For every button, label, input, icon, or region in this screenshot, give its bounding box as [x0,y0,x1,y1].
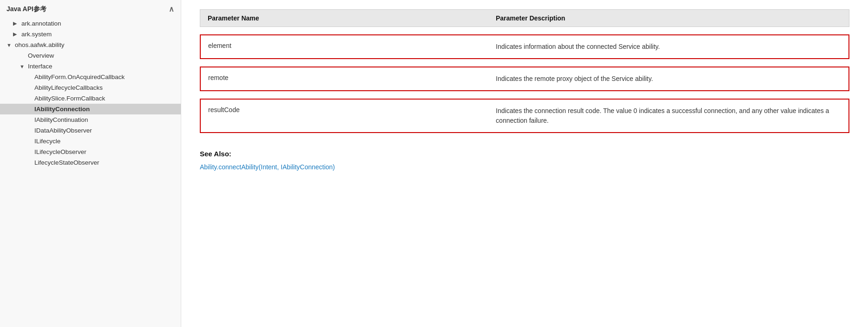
param-desc-resultcode-row: Indicates the connection result code. Th… [496,106,841,126]
sidebar-item-label-iabilityconnection: IAbilityConnection [34,106,90,113]
sidebar-collapse-btn[interactable]: ∧ [169,5,174,13]
table-header-name: Parameter Name [208,14,496,22]
table-row-element-row: elementIndicates information about the c… [200,34,849,59]
arrow-icon-ark-annotation: ▶ [13,20,19,27]
sidebar-item-ark-system[interactable]: ▶ark.system [0,29,181,40]
sidebar-title: Java API参考 [7,5,46,13]
sidebar-item-idataabilityobserver[interactable]: IDataAbilityObserver [0,125,181,136]
sidebar-item-abilityform-onacquiredcallback[interactable]: AbilityForm.OnAcquiredCallback [0,72,181,82]
param-rows: elementIndicates information about the c… [200,34,849,133]
sidebar-item-interface[interactable]: ▼Interface [0,61,181,72]
sidebar-item-abilitylifecyclecallbacks[interactable]: AbilityLifecycleCallbacks [0,82,181,93]
see-also-link[interactable]: Ability.connectAbility(Intent, IAbilityC… [200,163,335,171]
sidebar-item-abilityslice-formcallback[interactable]: AbilitySlice.FormCallback [0,93,181,104]
sidebar-item-iabilitycontinuation[interactable]: IAbilityContinuation [0,114,181,125]
sidebar-item-label-ark-system: ark.system [21,31,52,38]
sidebar-item-label-ohos-aafwk-ability: ohos.aafwk.ability [15,41,65,48]
table-row-remote-row: remoteIndicates the remote proxy object … [200,67,849,91]
sidebar: Java API参考 ∧ ▶ark.annotation▶ark.system▼… [0,0,181,327]
sidebar-item-label-ilifecycle: ILifecycle [34,138,60,145]
sidebar-item-label-interface: Interface [28,63,53,70]
table-header-desc: Parameter Description [496,14,842,22]
sidebar-item-ohos-aafwk-ability[interactable]: ▼ohos.aafwk.ability [0,40,181,50]
sidebar-item-label-overview: Overview [28,52,54,59]
arrow-icon-interface: ▼ [20,64,25,69]
arrow-icon-ark-system: ▶ [13,31,19,37]
param-name-remote-row: remote [208,74,496,84]
sidebar-item-ilifecycle[interactable]: ILifecycle [0,136,181,147]
see-also-section: See Also: Ability.connectAbility(Intent,… [200,150,849,171]
param-desc-remote-row: Indicates the remote proxy object of the… [496,74,841,84]
sidebar-item-iabilityconnection[interactable]: IAbilityConnection [0,104,181,114]
main-content: Parameter Name Parameter Description ele… [181,0,868,327]
param-name-resultcode-row: resultCode [208,106,496,126]
see-also-title: See Also: [200,150,849,158]
table-row-resultcode-row: resultCodeIndicates the connection resul… [200,99,849,133]
sidebar-item-lifecyclestateobserver[interactable]: LifecycleStateObserver [0,157,181,168]
sidebar-item-label-ilifecycleobserver: ILifecycleObserver [34,148,86,155]
sidebar-item-overview[interactable]: Overview [0,50,181,61]
sidebar-item-label-lifecyclestateobserver: LifecycleStateObserver [34,159,99,166]
sidebar-item-label-abilityslice-formcallback: AbilitySlice.FormCallback [34,95,105,102]
sidebar-item-ilifecycleobserver[interactable]: ILifecycleObserver [0,147,181,157]
param-name-element-row: element [208,42,496,52]
sidebar-item-label-abilitylifecyclecallbacks: AbilityLifecycleCallbacks [34,84,103,91]
sidebar-item-label-ark-annotation: ark.annotation [21,20,61,27]
sidebar-tree: ▶ark.annotation▶ark.system▼ohos.aafwk.ab… [0,18,181,173]
sidebar-item-label-iabilitycontinuation: IAbilityContinuation [34,116,88,123]
sidebar-item-label-idataabilityobserver: IDataAbilityObserver [34,127,92,134]
param-desc-element-row: Indicates information about the connecte… [496,42,841,52]
sidebar-item-label-abilityform-onacquiredcallback: AbilityForm.OnAcquiredCallback [34,73,125,80]
arrow-icon-ohos-aafwk-ability: ▼ [7,42,12,48]
param-table-header: Parameter Name Parameter Description [200,9,849,27]
sidebar-header: Java API参考 ∧ [0,0,181,18]
sidebar-item-ark-annotation[interactable]: ▶ark.annotation [0,18,181,29]
